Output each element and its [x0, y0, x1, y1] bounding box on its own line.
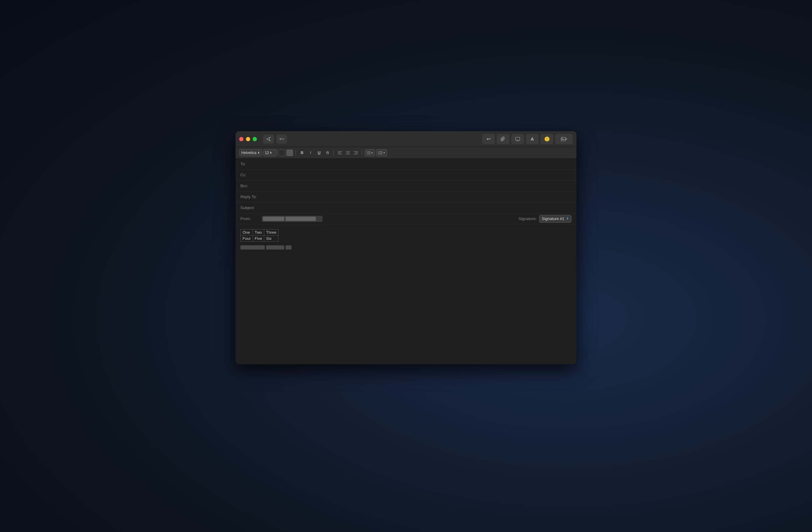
titlebar: ≡ ▾ ↩ A 🙂	[235, 131, 577, 147]
signature-label: Signature:	[519, 216, 537, 221]
to-label: To:	[241, 162, 262, 166]
svg-rect-0	[516, 137, 520, 140]
from-label: From:	[241, 216, 262, 221]
svg-point-16	[367, 153, 368, 153]
minimize-button[interactable]	[246, 137, 250, 141]
email-table: OneTwoThreeFourFiveSix	[241, 229, 278, 242]
svg-point-17	[367, 154, 368, 154]
bold-button[interactable]: B	[298, 149, 306, 156]
subject-field-row: Subject:	[235, 202, 577, 213]
from-email-blurred	[286, 217, 316, 221]
strikethrough-icon: S	[326, 150, 329, 155]
list-options-button[interactable]: ≡ ▾	[276, 134, 287, 144]
font-chevron-icon: ⬍	[258, 151, 260, 154]
screen-icon	[515, 136, 520, 142]
svg-rect-1	[561, 137, 565, 141]
attach-button[interactable]	[497, 134, 509, 144]
chevron-down-icon: ▾	[282, 138, 284, 141]
screen-button[interactable]	[511, 134, 524, 144]
photo-button[interactable]: ▾	[555, 134, 573, 144]
send-icon	[266, 136, 271, 142]
align-right-icon	[354, 151, 358, 155]
italic-button[interactable]: I	[307, 149, 314, 156]
close-button[interactable]	[239, 137, 244, 141]
bold-icon: B	[301, 150, 303, 155]
font-icon: A	[531, 136, 534, 142]
size-chevron-icon: ⬍	[270, 151, 272, 154]
emoji-icon: 🙂	[544, 136, 550, 142]
format-bar: Helvetica ⬍ 12 ⬍ B I U S	[235, 147, 577, 159]
font-family-label: Helvetica	[241, 150, 256, 155]
svg-point-15	[367, 151, 368, 152]
align-center-icon	[346, 151, 350, 155]
indent-chevron-icon: ▾	[383, 151, 385, 154]
table-cell: Four	[241, 235, 253, 242]
cc-label: Cc:	[241, 173, 262, 177]
toolbar-right: ↩ A 🙂	[482, 134, 573, 144]
signature-value: Signature #1	[542, 216, 564, 221]
mail-compose-window: ≡ ▾ ↩ A 🙂	[235, 131, 577, 364]
send-button[interactable]	[263, 134, 274, 144]
undo-button[interactable]: ↩	[482, 134, 495, 144]
reply-to-field-row: Reply To:	[235, 191, 577, 202]
table-cell: Five	[252, 235, 264, 242]
table-cell: Six	[264, 235, 278, 242]
divider-3	[362, 150, 362, 156]
list-icon	[367, 151, 371, 155]
undo-icon: ↩	[487, 136, 491, 142]
reply-to-input[interactable]	[262, 195, 571, 199]
signature-chevron-icon: ⬍	[566, 217, 569, 221]
subject-input[interactable]	[262, 205, 571, 210]
font-size-label: 12	[265, 150, 269, 155]
signature-selector[interactable]: Signature #1 ⬍	[539, 215, 571, 223]
photo-chevron-icon: ▾	[566, 138, 567, 141]
align-right-button[interactable]	[352, 149, 360, 156]
traffic-lights	[239, 137, 257, 141]
email-body[interactable]: OneTwoThreeFourFiveSix	[235, 224, 577, 364]
bcc-input[interactable]	[262, 184, 571, 188]
from-field-row: From: Signature: Signature #1 ⬍	[235, 213, 577, 224]
to-input[interactable]	[262, 162, 571, 166]
from-name-blurred	[263, 217, 284, 221]
divider-2	[334, 150, 334, 156]
table-cell: Three	[264, 229, 278, 235]
align-center-button[interactable]	[344, 149, 351, 156]
font-family-selector[interactable]: Helvetica ⬍	[239, 149, 262, 156]
maximize-button[interactable]	[252, 137, 257, 141]
list-style-button[interactable]: ▾	[365, 149, 375, 156]
cc-field-row: Cc:	[235, 170, 577, 181]
bcc-label: Bcc:	[241, 184, 262, 188]
highlight-color-picker[interactable]	[286, 149, 293, 156]
underline-icon: U	[318, 150, 320, 155]
signature-block	[241, 245, 571, 249]
font-button[interactable]: A	[526, 134, 539, 144]
divider-1	[295, 150, 296, 156]
emoji-button[interactable]: 🙂	[540, 134, 553, 144]
table-cell: Two	[252, 229, 264, 235]
strikethrough-button[interactable]: S	[324, 149, 331, 156]
underline-button[interactable]: U	[315, 149, 323, 156]
indent-button[interactable]: ▾	[376, 149, 387, 156]
align-left-button[interactable]	[336, 149, 344, 156]
list-chevron-icon: ▾	[371, 151, 373, 154]
sig-part-1	[241, 245, 265, 249]
to-field-row: To:	[235, 159, 577, 170]
reply-to-label: Reply To:	[241, 195, 262, 199]
indent-icon	[378, 151, 382, 155]
font-size-selector[interactable]: 12 ⬍	[263, 149, 277, 156]
text-color-picker[interactable]	[278, 149, 285, 156]
bcc-field-row: Bcc:	[235, 181, 577, 191]
sig-part-3	[286, 245, 292, 249]
table-cell: One	[241, 229, 253, 235]
italic-icon: I	[310, 150, 311, 155]
email-fields: To: Cc: Bcc: Reply To: Subject: From:	[235, 159, 577, 224]
list-icon: ≡	[279, 136, 282, 141]
from-value	[262, 216, 323, 222]
cc-input[interactable]	[262, 173, 571, 177]
align-group	[336, 149, 360, 156]
signature-area: Signature: Signature #1 ⬍	[519, 215, 571, 223]
photo-icon	[561, 137, 566, 141]
table-row: OneTwoThree	[241, 229, 278, 235]
table-row: FourFiveSix	[241, 235, 278, 242]
align-left-icon	[338, 151, 342, 155]
